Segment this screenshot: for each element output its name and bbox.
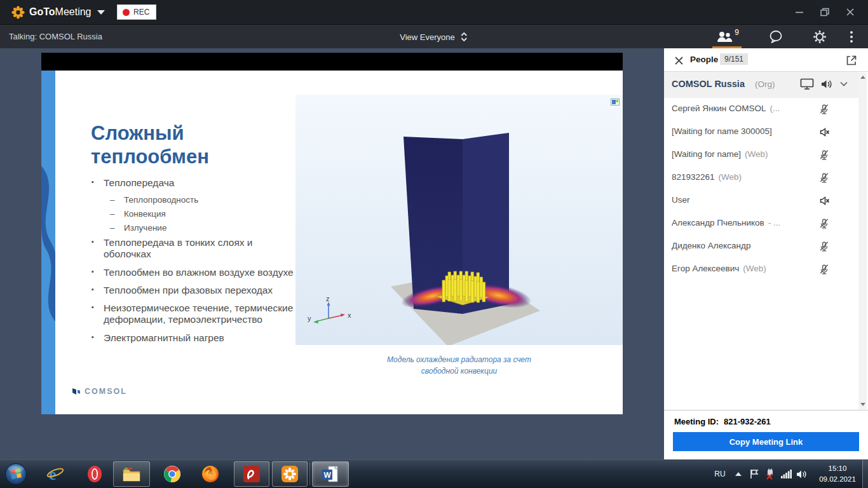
axis-z-label: z (326, 295, 330, 302)
speaker-muted-icon[interactable] (818, 195, 830, 207)
participant-name: Диденко Александр (672, 241, 750, 250)
svg-text:e: e (49, 465, 57, 484)
network-signal-icon[interactable] (779, 461, 793, 487)
participant-row[interactable]: Диденко Александр (664, 235, 860, 258)
chrome-icon (163, 465, 181, 483)
close-icon (844, 6, 856, 18)
internet-explorer-icon: e (46, 464, 65, 484)
chat-bubble-icon (768, 30, 783, 44)
people-panel-header: People 9/151 (664, 48, 868, 72)
scroll-down-arrow[interactable] (860, 403, 865, 406)
volume-button[interactable] (794, 461, 810, 487)
people-panel-button[interactable]: 9 (710, 25, 743, 49)
kebab-icon (850, 31, 853, 43)
mic-muted-icon[interactable] (818, 241, 830, 252)
participant-row[interactable]: [Waiting for name](Web) (664, 144, 860, 166)
popout-icon (846, 55, 857, 66)
mic-muted-icon[interactable] (818, 218, 830, 229)
chevron-down-icon[interactable] (839, 81, 848, 87)
mic-muted-icon[interactable] (818, 172, 830, 184)
flag-icon (749, 469, 759, 479)
close-button[interactable] (837, 0, 863, 24)
participant-suffix: (Web) (743, 264, 766, 273)
speaker-muted-icon[interactable] (818, 126, 830, 138)
participant-suffix: - ... (768, 218, 781, 227)
speaker-active-icon (820, 79, 833, 90)
popout-panel-button[interactable] (844, 53, 859, 68)
internet-explorer-button[interactable]: e (42, 461, 69, 487)
mic-muted-icon[interactable] (818, 104, 830, 115)
copy-meeting-link-button[interactable]: Copy Meeting Link (673, 432, 859, 451)
app-menu[interactable]: GoToMeeting (11, 0, 105, 24)
signal-bars-icon (781, 470, 792, 479)
people-panel: People 9/151 COMSOL Russia (Org) (664, 48, 868, 459)
participant-name: [Waiting for name 300005] (672, 126, 772, 136)
minimize-button[interactable] (787, 0, 812, 24)
up-arrow-icon (735, 472, 742, 476)
word-icon: W (321, 465, 340, 483)
language-indicator[interactable]: RU (710, 461, 729, 487)
participant-row[interactable]: User (664, 189, 860, 212)
participant-row[interactable]: Егор Алексеевич(Web) (664, 258, 860, 281)
start-button[interactable] (3, 461, 29, 487)
comsol-logo-text: COMSOL (85, 387, 127, 396)
word-taskbar-button[interactable]: W (312, 461, 349, 487)
close-panel-button[interactable] (670, 52, 687, 69)
plug-error-icon (764, 468, 776, 480)
axis-y-label: y (308, 315, 311, 322)
acrobat-reader-button[interactable] (234, 461, 269, 487)
opera-icon (85, 464, 104, 484)
speaker-icon (796, 470, 808, 479)
svg-text:W: W (324, 471, 332, 480)
windows-start-icon (4, 463, 27, 485)
show-hidden-icons-button[interactable] (732, 461, 745, 487)
people-count-badge: 9 (735, 28, 739, 37)
restore-button[interactable] (812, 0, 837, 24)
participant-row[interactable]: 821932261(Web) (664, 166, 860, 189)
organizer-row[interactable]: COMSOL Russia (Org) (664, 72, 860, 98)
mic-muted-icon[interactable] (818, 264, 830, 275)
acrobat-icon (243, 465, 261, 483)
more-options-button[interactable] (843, 25, 860, 49)
participant-row[interactable]: [Waiting for name 300005] (664, 121, 860, 144)
chrome-button[interactable] (159, 461, 186, 487)
bullet-subitem: Излучение (124, 223, 301, 233)
meeting-id-line: Meeting ID:821-932-261 (674, 417, 771, 426)
firefox-button[interactable] (197, 461, 224, 487)
bullet-item: Теплообмен при фазовых переходах (104, 285, 301, 296)
screen-sharing-icon (800, 78, 814, 90)
settings-button[interactable] (808, 25, 831, 49)
recording-button[interactable]: REC (117, 4, 156, 20)
taskbar-clock[interactable]: 15:10 09.02.2021 (813, 463, 862, 484)
clock-date: 09.02.2021 (813, 474, 862, 485)
gotomeeting-taskbar-button[interactable] (272, 461, 308, 487)
bullet-item: Неизотермическое течение, термические де… (104, 302, 301, 326)
view-everyone-selector[interactable]: View Everyone (400, 25, 468, 49)
participant-suffix: (... (770, 104, 780, 113)
scroll-up-arrow[interactable] (860, 76, 865, 79)
figure-corner-icon (611, 98, 620, 105)
bullet-subitem: Конвекция (124, 209, 301, 219)
opera-button[interactable] (81, 461, 108, 487)
participant-row[interactable]: Сергей Янкин COMSOL(... (664, 98, 860, 121)
participant-name: 821932261 (672, 172, 715, 182)
action-center-button[interactable] (747, 461, 761, 487)
show-desktop-button[interactable] (862, 460, 868, 488)
chat-button[interactable] (764, 25, 787, 49)
file-explorer-button[interactable] (113, 461, 150, 487)
mic-muted-icon[interactable] (818, 149, 830, 161)
participant-list-scrollbar[interactable] (858, 72, 867, 409)
gotomeeting-window: GoToMeeting REC Talking: COMSOL Russia (0, 0, 868, 488)
participant-row[interactable]: Александр Пчельников- ... (664, 212, 860, 235)
meeting-toolbar: Talking: COMSOL Russia View Everyone 9 (0, 24, 868, 48)
figure-caption-line1: Модель охлаждения радиатора за счет (295, 354, 623, 365)
talking-indicator: Talking: COMSOL Russia (9, 25, 102, 49)
firefox-icon (201, 465, 219, 483)
participant-name: Сергей Янкин COMSOL (672, 104, 766, 113)
power-status-icon[interactable] (763, 461, 778, 487)
figure-caption: Модель охлаждения радиатора за счет своб… (295, 354, 623, 377)
axis-x-label: x (348, 311, 351, 319)
participant-name: User (672, 195, 690, 205)
minimize-icon (794, 6, 805, 18)
taskbar-divider (309, 463, 310, 485)
